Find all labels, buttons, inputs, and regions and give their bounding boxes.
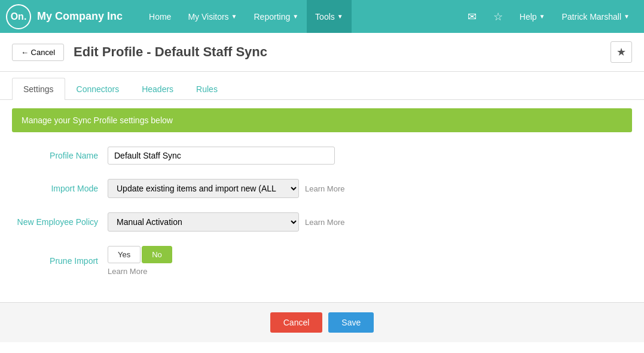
new-employee-learn-more[interactable]: Learn More — [305, 218, 344, 227]
settings-form: Profile Name Import Mode Update existing… — [0, 141, 644, 302]
info-banner: Manage your Sync Profile settings below — [12, 108, 632, 132]
prune-section: Yes No Learn More — [108, 246, 172, 276]
mail-icon[interactable]: ✉ — [459, 0, 485, 33]
tabs: Settings Connectors Headers Rules — [0, 78, 644, 100]
nav-my-visitors[interactable]: My Visitors ▼ — [179, 0, 245, 33]
nav-help[interactable]: Help ▼ — [511, 0, 554, 33]
top-nav: On. My Company Inc Home My Visitors ▼ Re… — [0, 0, 644, 33]
footer-cancel-button[interactable]: Cancel — [270, 312, 323, 333]
favorite-button[interactable]: ★ — [611, 41, 632, 63]
tab-headers[interactable]: Headers — [130, 78, 185, 100]
profile-name-row: Profile Name — [12, 147, 632, 165]
prune-yes-button[interactable]: Yes — [108, 246, 141, 263]
prune-import-label: Prune Import — [12, 256, 108, 266]
help-arrow-icon: ▼ — [539, 13, 545, 20]
company-name: My Company Inc — [37, 10, 123, 23]
my-visitors-arrow-icon: ▼ — [231, 13, 237, 20]
import-mode-row: Import Mode Update existing items and im… — [12, 179, 632, 198]
import-mode-select[interactable]: Update existing items and import new (AL… — [108, 179, 299, 198]
nav-user[interactable]: Patrick Marshall ▼ — [554, 0, 639, 33]
reporting-arrow-icon: ▼ — [292, 13, 298, 20]
tab-settings[interactable]: Settings — [12, 78, 65, 100]
nav-tools[interactable]: Tools ▼ — [307, 0, 352, 33]
user-arrow-icon: ▼ — [624, 13, 630, 20]
new-employee-label: New Employee Policy — [12, 217, 108, 227]
new-employee-select[interactable]: Manual Activation — [108, 212, 299, 232]
profile-name-input[interactable] — [108, 147, 335, 165]
import-mode-learn-more[interactable]: Learn More — [305, 184, 344, 193]
nav-reporting[interactable]: Reporting ▼ — [246, 0, 307, 33]
cancel-header-button[interactable]: ← Cancel — [12, 44, 64, 61]
content-header: ← Cancel Edit Profile - Default Staff Sy… — [0, 33, 644, 72]
tab-connectors[interactable]: Connectors — [65, 78, 131, 100]
tools-arrow-icon: ▼ — [337, 13, 343, 20]
prune-learn-more[interactable]: Learn More — [108, 267, 172, 276]
profile-name-label: Profile Name — [12, 151, 108, 160]
nav-right: ✉ ☆ Help ▼ Patrick Marshall ▼ — [459, 0, 638, 33]
new-employee-row: New Employee Policy Manual Activation Le… — [12, 212, 632, 232]
tab-rules[interactable]: Rules — [185, 78, 229, 100]
prune-import-row: Prune Import Yes No Learn More — [12, 246, 632, 276]
prune-buttons: Yes No — [108, 246, 172, 263]
star-nav-icon[interactable]: ☆ — [485, 0, 511, 33]
nav-home[interactable]: Home — [141, 0, 179, 33]
prune-no-button[interactable]: No — [142, 246, 172, 263]
logo-icon: On. — [6, 4, 31, 29]
footer-bar: Cancel Save — [0, 302, 644, 342]
nav-links: Home My Visitors ▼ Reporting ▼ Tools ▼ — [141, 0, 459, 33]
import-mode-label: Import Mode — [12, 184, 108, 193]
footer-save-button[interactable]: Save — [328, 312, 374, 333]
page-title: Edit Profile - Default Staff Sync — [74, 44, 611, 60]
